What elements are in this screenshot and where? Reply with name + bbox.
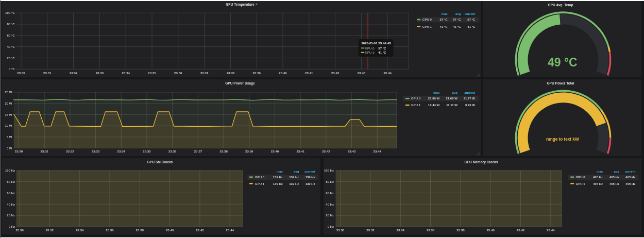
svg-text:41 °C: 41 °C [453, 25, 461, 28]
svg-text:GPU Memory Clocks: GPU Memory Clocks [465, 160, 498, 164]
svg-text:139 Hz: 139 Hz [306, 182, 315, 185]
svg-text:23:34: 23:34 [397, 229, 405, 232]
svg-text:21.86 W: 21.86 W [428, 97, 440, 100]
svg-text:23:40: 23:40 [271, 150, 279, 153]
svg-text:max: max [277, 170, 283, 173]
svg-text:0 Hz: 0 Hz [9, 225, 15, 228]
svg-text:57 °C: 57 °C [378, 47, 386, 50]
svg-text:20 °C: 20 °C [7, 57, 15, 60]
svg-text:23:39: 23:39 [245, 150, 253, 153]
svg-text:max: max [597, 170, 603, 173]
svg-text:405 Hz: 405 Hz [593, 176, 603, 179]
svg-text:23:32: 23:32 [46, 229, 54, 232]
svg-text:40 Hz: 40 Hz [7, 203, 15, 206]
svg-text:23:35: 23:35 [148, 72, 156, 75]
svg-text:23:41: 23:41 [297, 150, 305, 153]
svg-text:23:43: 23:43 [348, 150, 356, 153]
svg-text:GPU 0:: GPU 0: [365, 47, 375, 50]
svg-text:23:32: 23:32 [66, 150, 74, 153]
svg-text:23:34: 23:34 [76, 229, 84, 232]
svg-text:avg: avg [452, 91, 458, 94]
svg-text:GPU 1: GPU 1 [411, 104, 421, 107]
svg-text:23:38: 23:38 [136, 229, 144, 232]
svg-text:23:37: 23:37 [200, 72, 209, 75]
svg-text:49 °C: 49 °C [548, 56, 578, 69]
svg-text:9.79 W: 9.79 W [465, 104, 475, 107]
svg-text:GPU 0: GPU 0 [255, 176, 265, 179]
svg-text:23:42: 23:42 [196, 229, 204, 232]
svg-text:23:44: 23:44 [226, 229, 234, 232]
svg-text:23:42: 23:42 [517, 229, 525, 232]
svg-text:GPU 0: GPU 0 [411, 97, 421, 100]
svg-text:23:36: 23:36 [174, 72, 182, 75]
svg-text:23:38: 23:38 [456, 229, 465, 232]
svg-text:405 Hz: 405 Hz [625, 182, 635, 185]
svg-text:100 Hz: 100 Hz [5, 169, 15, 172]
svg-text:23:33: 23:33 [92, 150, 100, 153]
svg-text:23:30: 23:30 [15, 150, 23, 153]
svg-text:21.77 W: 21.77 W [464, 97, 476, 100]
svg-text:GPU Power Usage: GPU Power Usage [225, 81, 255, 86]
svg-text:23:35: 23:35 [143, 150, 151, 153]
svg-text:23:36: 23:36 [427, 229, 435, 232]
svg-text:23:33: 23:33 [96, 72, 104, 75]
svg-text:23:44: 23:44 [384, 72, 392, 75]
svg-text:current: current [464, 91, 475, 94]
svg-text:100 °C: 100 °C [5, 11, 15, 14]
svg-text:23:31: 23:31 [41, 150, 49, 153]
svg-text:57 °C: 57 °C [440, 18, 448, 21]
svg-text:405 Hz: 405 Hz [609, 176, 619, 179]
svg-text:23:43: 23:43 [358, 72, 366, 75]
svg-text:current: current [465, 12, 476, 15]
svg-text:23:31: 23:31 [43, 72, 52, 75]
svg-text:23:40: 23:40 [487, 229, 495, 232]
svg-text:max: max [442, 12, 448, 15]
svg-text:405 Hz: 405 Hz [625, 176, 635, 179]
svg-text:max: max [433, 91, 440, 94]
svg-text:5 W: 5 W [7, 135, 12, 139]
svg-text:GPU 1: GPU 1 [576, 182, 586, 185]
svg-text:GPU Avg. Temp: GPU Avg. Temp [548, 3, 573, 7]
svg-text:21.68 W: 21.68 W [446, 97, 458, 100]
svg-text:11.11 W: 11.11 W [446, 104, 457, 107]
svg-text:100 Hz: 100 Hz [324, 169, 334, 172]
svg-text:405 Hz: 405 Hz [609, 182, 619, 185]
svg-text:23:34: 23:34 [117, 150, 126, 153]
svg-text:23:39: 23:39 [253, 72, 261, 75]
svg-text:0 °C: 0 °C [9, 67, 15, 71]
svg-text:41 °C: 41 °C [440, 25, 448, 28]
svg-text:23:42: 23:42 [331, 72, 340, 75]
svg-text:GPU Power Total: GPU Power Total [547, 81, 574, 85]
svg-text:23:30: 23:30 [336, 229, 345, 232]
svg-text:20 W: 20 W [5, 102, 12, 105]
svg-text:57 °C: 57 °C [453, 18, 461, 21]
svg-text:80 °C: 80 °C [7, 23, 15, 26]
svg-text:current: current [625, 170, 636, 173]
svg-text:15 W: 15 W [5, 113, 12, 116]
svg-text:139 Hz: 139 Hz [273, 182, 283, 185]
svg-text:23:32: 23:32 [70, 72, 78, 75]
svg-text:41 °C: 41 °C [467, 25, 476, 28]
svg-text:0 W: 0 W [7, 147, 12, 150]
svg-text:60 Hz: 60 Hz [326, 192, 334, 195]
svg-text:23:36: 23:36 [106, 229, 114, 232]
svg-text:23:40: 23:40 [166, 229, 174, 232]
svg-text:GPU 0: GPU 0 [576, 176, 586, 179]
svg-text:25 W: 25 W [5, 91, 12, 94]
svg-text:avg: avg [455, 12, 461, 15]
svg-text:GPU SM Clocks: GPU SM Clocks [147, 160, 173, 164]
svg-text:23:44: 23:44 [374, 150, 382, 153]
svg-text:GPU Temperature: GPU Temperature [226, 3, 255, 7]
svg-text:23:41: 23:41 [305, 72, 313, 75]
svg-text:23:34: 23:34 [122, 72, 130, 75]
svg-text:139 Hz: 139 Hz [306, 176, 315, 179]
svg-text:23:42: 23:42 [322, 150, 330, 153]
svg-text:GPU 1: GPU 1 [255, 182, 265, 185]
svg-text:0 Hz: 0 Hz [328, 225, 334, 228]
svg-text:23:36: 23:36 [168, 150, 177, 153]
svg-text:23:30: 23:30 [15, 229, 24, 232]
svg-text:139 Hz: 139 Hz [289, 176, 299, 179]
svg-text:avg: avg [294, 170, 299, 173]
svg-text:23:38: 23:38 [227, 72, 235, 75]
svg-text:139 Hz: 139 Hz [273, 176, 283, 179]
